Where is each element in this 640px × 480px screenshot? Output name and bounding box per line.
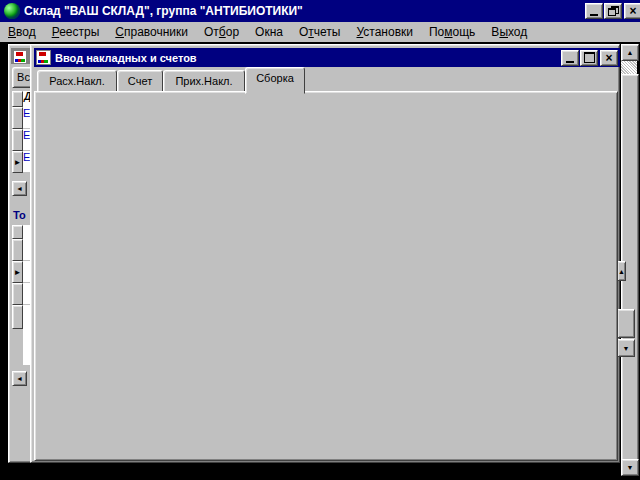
mdi-area: Вс Д Е Е ► Е ◄ То ► bbox=[0, 42, 640, 480]
mdi-vertical-scrollbar[interactable]: ▲ ▼ bbox=[621, 44, 637, 476]
menu-item-pomosch[interactable]: Помощь bbox=[421, 22, 483, 42]
tab-schet[interactable]: Счет bbox=[117, 70, 163, 93]
menu-item-otbor[interactable]: Отбор bbox=[196, 22, 247, 42]
invoice-window-icon bbox=[36, 50, 51, 65]
row-selector[interactable] bbox=[12, 225, 23, 239]
row-selector[interactable] bbox=[12, 305, 23, 329]
window-controls: × bbox=[584, 3, 640, 19]
scrollbar-thumb[interactable] bbox=[617, 309, 635, 338]
row-selector[interactable] bbox=[12, 239, 23, 261]
app-title: Склад "ВАШ СКЛАД", группа "АНТИБИОТИКИ" bbox=[24, 4, 584, 18]
invoice-window-title: Ввод накладных и счетов bbox=[55, 52, 560, 64]
tab-sborka[interactable]: Сборка bbox=[245, 67, 305, 94]
restore-icon bbox=[608, 6, 619, 16]
row-selector[interactable] bbox=[12, 129, 23, 151]
maximize-icon bbox=[584, 52, 595, 63]
tab-prihod-nakladnaya[interactable]: Прих.Накл. bbox=[163, 70, 245, 93]
menu-item-vvod[interactable]: Ввод bbox=[0, 22, 44, 42]
tab-rashod-nakladnaya[interactable]: Расх.Накл. bbox=[37, 70, 117, 93]
main-titlebar[interactable]: Склад "ВАШ СКЛАД", группа "АНТИБИОТИКИ" … bbox=[0, 0, 640, 22]
row-selector[interactable] bbox=[12, 107, 23, 129]
menu-item-okna[interactable]: Окна bbox=[247, 22, 291, 42]
menu-item-spravochniki[interactable]: Справочники bbox=[107, 22, 196, 42]
row-selector[interactable] bbox=[12, 91, 23, 107]
invoice-window-titlebar[interactable]: Ввод накладных и счетов × bbox=[34, 48, 620, 67]
close-icon: × bbox=[629, 5, 636, 17]
menu-item-vyhod[interactable]: Выход bbox=[483, 22, 535, 42]
background-window-icon bbox=[13, 50, 27, 64]
menu-bar: Ввод Реестры Справочники Отбор Окна Отче… bbox=[0, 22, 640, 43]
app-icon bbox=[4, 3, 20, 19]
bg-scroll-left-button[interactable]: ◄ bbox=[12, 181, 27, 196]
minimize-icon bbox=[566, 61, 574, 63]
invoice-maximize-button[interactable] bbox=[580, 50, 598, 66]
restore-button[interactable] bbox=[604, 3, 622, 19]
screen: { "icons": { "app": "globe", "window_log… bbox=[0, 0, 640, 480]
close-icon: × bbox=[605, 52, 612, 64]
table-scroll-up-button[interactable]: ▲ bbox=[617, 261, 626, 281]
invoice-minimize-button[interactable] bbox=[561, 50, 579, 66]
tab-page-sborka bbox=[34, 91, 618, 461]
invoice-window: Ввод накладных и счетов × Расх.Накл. Сче… bbox=[30, 44, 620, 463]
table-scroll-down-button[interactable]: ▼ bbox=[617, 339, 635, 357]
menu-item-ustanovki[interactable]: Установки bbox=[348, 22, 421, 42]
minimize-button[interactable] bbox=[585, 3, 603, 19]
minimize-icon bbox=[590, 14, 598, 16]
row-selector-current[interactable]: ► bbox=[12, 151, 23, 173]
bg-scroll-left-button[interactable]: ◄ bbox=[12, 371, 27, 386]
bg-group-label: То bbox=[13, 209, 26, 221]
mdi-scroll-down-button[interactable]: ▼ bbox=[621, 459, 639, 476]
mdi-scroll-up-button[interactable]: ▲ bbox=[621, 44, 639, 61]
row-selector-current[interactable]: ► bbox=[12, 261, 23, 283]
invoice-window-controls: × bbox=[560, 50, 618, 66]
row-selector[interactable] bbox=[12, 283, 23, 305]
menu-item-reestry[interactable]: Реестры bbox=[44, 22, 108, 42]
close-button[interactable]: × bbox=[624, 3, 640, 19]
invoice-close-button[interactable]: × bbox=[600, 50, 618, 66]
menu-item-otchety[interactable]: Отчеты bbox=[291, 22, 349, 42]
